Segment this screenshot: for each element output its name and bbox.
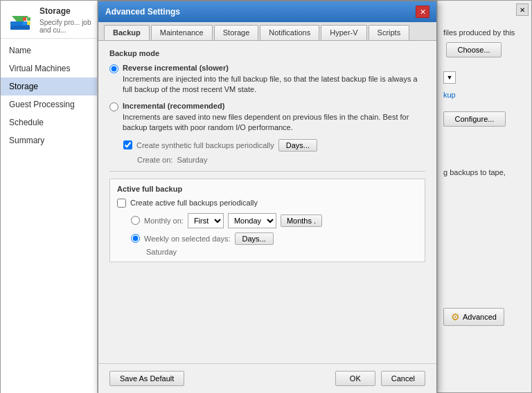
modal-footer: Save As Default OK Cancel	[98, 363, 436, 393]
tab-maintenance[interactable]: Maintenance	[151, 25, 213, 40]
right-link[interactable]: kup	[443, 91, 526, 99]
incremental-label[interactable]: Incremental (recommended)	[123, 102, 224, 110]
right-tape-text: g backups to tape,	[443, 168, 526, 176]
weekly-radio[interactable]	[131, 234, 140, 243]
first-select[interactable]: First	[188, 213, 224, 228]
sidebar-item-summary[interactable]: Summary	[1, 131, 97, 149]
monthly-label[interactable]: Monthly on:	[144, 217, 184, 225]
weekly-row: Weekly on selected days: Days...	[131, 232, 418, 245]
footer-right-buttons: OK Cancel	[335, 371, 425, 386]
create-on-value: Saturday	[177, 156, 207, 164]
modal-close-button[interactable]: ✕	[416, 6, 429, 18]
sidebar-title: Storage	[39, 6, 91, 17]
sidebar-nav: Name Virtual Machines Storage Guest Proc…	[1, 42, 97, 149]
modal-body: Backup mode Reverse incremental (slower)…	[98, 41, 436, 271]
sidebar-item-schedule[interactable]: Schedule	[1, 113, 97, 131]
tab-hyperv[interactable]: Hyper-V	[321, 25, 366, 40]
active-full-checkbox-label[interactable]: Create active full backups periodically	[130, 199, 258, 207]
incremental-desc: Increments are saved into new files depe…	[123, 112, 425, 134]
sidebar-subtitle: Specify pro... job and cu...	[39, 19, 91, 34]
active-full-checkbox-row: Create active full backups periodically	[117, 199, 418, 208]
sidebar-item-guest[interactable]: Guest Processing	[1, 95, 97, 113]
active-full-title: Active full backup	[117, 185, 418, 193]
reverse-incremental-option: Reverse incremental (slower) Increments …	[109, 63, 425, 95]
right-dropdown: ▼	[443, 71, 526, 84]
modal-cancel-button[interactable]: Cancel	[381, 371, 425, 386]
advanced-button[interactable]: ⚙ Advanced	[443, 308, 504, 326]
sidebar: Storage Specify pro... job and cu... Nam…	[1, 1, 98, 393]
synthetic-section: Create synthetic full backups periodical…	[123, 139, 425, 164]
svg-rect-6	[27, 21, 30, 25]
tab-bar: Backup Maintenance Storage Notifications…	[98, 22, 436, 41]
synthetic-checkbox[interactable]	[123, 140, 132, 149]
choose-button[interactable]: Choose...	[446, 42, 502, 57]
incremental-text: Incremental (recommended) Increments are…	[123, 101, 425, 134]
monday-select[interactable]: Monday	[228, 213, 276, 228]
svg-rect-5	[23, 21, 26, 25]
configure-button[interactable]: Configure...	[443, 111, 506, 127]
monthly-row: Monthly on: First Monday Months .	[131, 213, 418, 228]
svg-rect-4	[27, 17, 30, 21]
advanced-settings-dialog: Advanced Settings ✕ Backup Maintenance S…	[98, 1, 437, 393]
divider	[109, 171, 425, 172]
synthetic-checkbox-label[interactable]: Create synthetic full backups periodical…	[136, 141, 274, 149]
active-full-sub-options: Monthly on: First Monday Months . Weekly…	[131, 213, 418, 256]
active-full-checkbox[interactable]	[117, 199, 126, 208]
svg-rect-1	[10, 26, 30, 30]
main-window: Storage Specify pro... job and cu... Nam…	[0, 0, 532, 393]
svg-rect-3	[23, 17, 26, 21]
synthetic-days-button[interactable]: Days...	[278, 139, 317, 152]
saturday-text: Saturday	[146, 248, 418, 256]
sidebar-header-text: Storage Specify pro... job and cu...	[39, 6, 91, 34]
main-window-close[interactable]: ✕	[516, 3, 529, 16]
svg-rect-2	[10, 21, 30, 26]
backup-mode-label: Backup mode	[109, 49, 425, 57]
right-panel: ✕ files produced by this Choose... ▼ kup…	[437, 1, 531, 392]
tab-scripts[interactable]: Scripts	[369, 25, 410, 40]
weekly-days-button[interactable]: Days...	[235, 232, 274, 245]
monthly-radio[interactable]	[131, 216, 140, 225]
incremental-option: Incremental (recommended) Increments are…	[109, 101, 425, 134]
dropdown-arrow[interactable]: ▼	[443, 71, 456, 84]
tab-notifications[interactable]: Notifications	[260, 25, 319, 40]
months-button[interactable]: Months .	[281, 214, 322, 227]
reverse-incremental-text: Reverse incremental (slower) Increments …	[123, 63, 425, 95]
advanced-btn-label: Advanced	[463, 313, 497, 321]
reverse-incremental-radio[interactable]	[109, 64, 118, 73]
storage-icon	[6, 6, 34, 34]
modal-titlebar: Advanced Settings ✕	[98, 1, 436, 22]
modal-title: Advanced Settings	[105, 7, 180, 17]
gear-icon: ⚙	[451, 311, 460, 322]
sidebar-header: Storage Specify pro... job and cu...	[1, 1, 97, 39]
incremental-radio[interactable]	[109, 102, 118, 111]
advanced-btn-container: ⚙ Advanced	[443, 308, 504, 326]
right-files-text: files produced by this	[443, 28, 526, 37]
save-default-button[interactable]: Save As Default	[109, 371, 184, 386]
synthetic-checkbox-row: Create synthetic full backups periodical…	[123, 139, 425, 152]
tab-storage[interactable]: Storage	[214, 25, 259, 40]
sidebar-item-name[interactable]: Name	[1, 42, 97, 60]
ok-button[interactable]: OK	[335, 371, 375, 386]
main-close-btn[interactable]: ✕	[516, 3, 529, 16]
create-on-label: Create on:	[137, 156, 172, 164]
create-on-row: Create on: Saturday	[137, 156, 425, 164]
reverse-incremental-desc: Increments are injected into the full ba…	[123, 74, 425, 95]
reverse-incremental-label[interactable]: Reverse incremental (slower)	[123, 64, 229, 72]
sidebar-item-vms[interactable]: Virtual Machines	[1, 60, 97, 77]
tab-backup[interactable]: Backup	[104, 25, 150, 40]
active-full-section: Active full backup Create active full ba…	[109, 179, 425, 262]
weekly-label[interactable]: Weekly on selected days:	[144, 235, 231, 243]
right-panel-content: files produced by this Choose... ▼ kup C…	[438, 1, 531, 182]
sidebar-item-storage[interactable]: Storage	[1, 77, 97, 95]
